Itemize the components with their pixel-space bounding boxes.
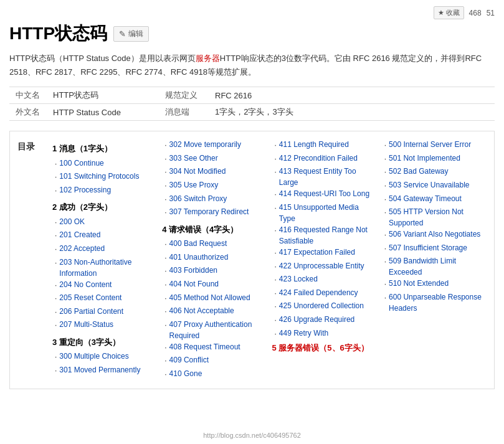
toc-item: 510 Not Extended — [382, 278, 482, 291]
toc-link[interactable]: 449 Retry With — [279, 328, 328, 339]
toc-item: 424 Failed Dependency — [272, 287, 372, 301]
toc-item: 504 Gateway Timeout — [382, 193, 482, 207]
toc-link[interactable]: 410 Gone — [169, 368, 202, 379]
toc-link[interactable]: 500 Internal Server Error — [389, 139, 471, 150]
section-link[interactable]: 3 重定向（3字头） — [52, 338, 120, 347]
toc-link[interactable]: 300 Multiple Choices — [59, 351, 128, 362]
toc-link[interactable]: 423 Locked — [279, 273, 318, 285]
toc-link[interactable]: 416 Requested Range Not Satisfiable — [279, 224, 372, 247]
toc-link[interactable]: 413 Request Entity Too Large — [279, 166, 372, 188]
section-link[interactable]: 2 成功（2字头） — [52, 202, 112, 212]
toc-link[interactable]: 501 Not Implemented — [389, 153, 460, 164]
collect-count: 468 — [469, 9, 482, 17]
toc-link[interactable]: 414 Request-URI Too Long — [279, 188, 369, 199]
toc-link[interactable]: 203 Non-Authoritative Information — [59, 257, 152, 279]
toc-item: 600 Unparseable Response Headers — [382, 291, 482, 314]
toc-link[interactable]: 403 Forbidden — [169, 265, 217, 276]
info-meta-label: 消息端 — [159, 104, 209, 121]
toc-link[interactable]: 303 See Other — [169, 153, 218, 164]
toc-link[interactable]: 200 OK — [59, 216, 85, 227]
toc-link[interactable]: 101 Switching Protocols — [59, 171, 139, 182]
toc-link[interactable]: 422 Unprocessable Entity — [279, 260, 364, 272]
toc-link[interactable]: 502 Bad Gateway — [389, 166, 448, 177]
toc-link[interactable]: 509 Bandwidth Limit Exceeded — [389, 255, 482, 278]
server-link[interactable]: 服务器 — [196, 54, 220, 63]
toc-item: 207 Multi-Status — [52, 319, 152, 333]
toc-link[interactable]: 507 Insufficient Storage — [389, 242, 467, 253]
toc-item: 200 OK — [52, 216, 152, 230]
toc-item: 423 Locked — [272, 273, 372, 287]
section-link[interactable]: 4 请求错误（4字头） — [162, 225, 238, 234]
toc-item: 506 Variant Also Negotiates — [382, 229, 482, 242]
toc-item: 505 HTTP Version Not Supported — [382, 206, 482, 229]
toc-link[interactable]: 302 Move temporarily — [169, 139, 241, 150]
toc-item: 202 Accepted — [52, 243, 152, 257]
toc-link[interactable]: 301 Moved Permanently — [59, 364, 140, 376]
section-link[interactable]: 5 服务器错误（5、6字头） — [272, 343, 369, 352]
toc-link[interactable]: 407 Proxy Authentication Required — [169, 319, 262, 341]
toc-item: 502 Bad Gateway — [382, 166, 482, 179]
toc-item: 404 Not Found — [162, 278, 262, 292]
toc-link[interactable]: 503 Service Unavailable — [389, 179, 469, 191]
info-row: 外文名 HTTP Status Code 消息端 1字头，2字头，3字头 — [9, 104, 495, 121]
toc-link[interactable]: 207 Multi-Status — [59, 319, 113, 330]
toc-item: 407 Proxy Authentication Required — [162, 319, 262, 341]
toc-link[interactable]: 404 Not Found — [169, 278, 219, 290]
toc-link[interactable]: 408 Request Timeout — [169, 341, 240, 352]
top-bar: ★ 收藏 468 51 — [9, 6, 495, 19]
section-link[interactable]: 1 消息（1字头） — [52, 144, 112, 153]
toc-link[interactable]: 100 Continue — [59, 158, 103, 169]
toc-item: 400 Bad Request — [162, 238, 262, 252]
toc-link[interactable]: 305 Use Proxy — [169, 179, 219, 191]
toc-link[interactable]: 415 Unsupported Media Type — [279, 202, 372, 224]
toc-link[interactable]: 204 No Content — [59, 279, 112, 290]
toc-link[interactable]: 417 Expectation Failed — [279, 247, 355, 258]
info-value: HTTP Status Code — [47, 104, 159, 121]
toc-item: 304 Not Modified — [162, 166, 262, 179]
toc-link[interactable]: 400 Bad Request — [169, 238, 227, 249]
toc-link[interactable]: 405 Method Not Allowed — [169, 292, 250, 303]
edit-button[interactable]: 编辑 — [113, 26, 149, 42]
toc-item: 302 Move temporarily — [162, 139, 262, 153]
toc-link[interactable]: 600 Unparseable Response Headers — [389, 291, 482, 314]
toc-item: 401 Unauthorized — [162, 252, 262, 265]
toc-item: 416 Requested Range Not Satisfiable — [272, 224, 372, 247]
toc-link[interactable]: 307 Temporary Redirect — [169, 206, 249, 217]
toc-item: 406 Not Acceptable — [162, 305, 262, 319]
toc-item: 500 Internal Server Error — [382, 139, 482, 153]
description: HTTP状态码（HTTP Status Code）是用以表示网页服务器HTTP响… — [9, 52, 495, 79]
toc-link[interactable]: 202 Accepted — [59, 243, 105, 254]
info-row: 中文名 HTTP状态码 规范定义 RFC 2616 — [9, 87, 495, 104]
toc-link[interactable]: 411 Length Required — [279, 139, 349, 150]
desc-text1: HTTP状态码（HTTP Status Code）是用以表示网页 — [9, 54, 196, 63]
toc-link[interactable]: 304 Not Modified — [169, 166, 226, 177]
toc-link[interactable]: 510 Not Extended — [389, 278, 449, 289]
info-label: 中文名 — [9, 87, 47, 104]
info-meta-value: RFC 2616 — [209, 87, 495, 104]
toc-link[interactable]: 505 HTTP Version Not Supported — [389, 206, 482, 229]
toc-link[interactable]: 426 Upgrade Required — [279, 314, 354, 325]
toc-link[interactable]: 306 Switch Proxy — [169, 193, 227, 204]
toc-link[interactable]: 506 Variant Also Negotiates — [389, 229, 480, 240]
toc-link[interactable]: 406 Not Acceptable — [169, 305, 234, 316]
toc-link[interactable]: 424 Failed Dependency — [279, 287, 358, 298]
toc-item: 102 Processing — [52, 184, 152, 198]
header-area: HTTP状态码 编辑 — [9, 22, 495, 45]
collect-button[interactable]: ★ 收藏 — [434, 6, 464, 19]
toc-link[interactable]: 412 Precondition Failed — [279, 153, 358, 164]
toc-link[interactable]: 425 Unordered Collection — [279, 300, 364, 311]
info-meta-value: 1字头，2字头，3字头 — [209, 104, 495, 121]
edit-label: 编辑 — [128, 29, 143, 39]
toc-link[interactable]: 409 Conflict — [169, 354, 209, 366]
toc-link[interactable]: 205 Reset Content — [59, 292, 121, 303]
toc-item: 449 Retry With — [272, 328, 372, 341]
toc-item: 409 Conflict — [162, 354, 262, 368]
comment-count: 51 — [487, 9, 495, 17]
toc-item: 413 Request Entity Too Large — [272, 166, 372, 188]
toc-link[interactable]: 401 Unauthorized — [169, 252, 229, 263]
toc-link[interactable]: 206 Partial Content — [59, 306, 123, 317]
toc-link[interactable]: 102 Processing — [59, 184, 111, 196]
toc-link[interactable]: 504 Gateway Timeout — [389, 193, 462, 204]
toc-link[interactable]: 201 Created — [59, 229, 100, 240]
toc-item: 509 Bandwidth Limit Exceeded — [382, 255, 482, 278]
